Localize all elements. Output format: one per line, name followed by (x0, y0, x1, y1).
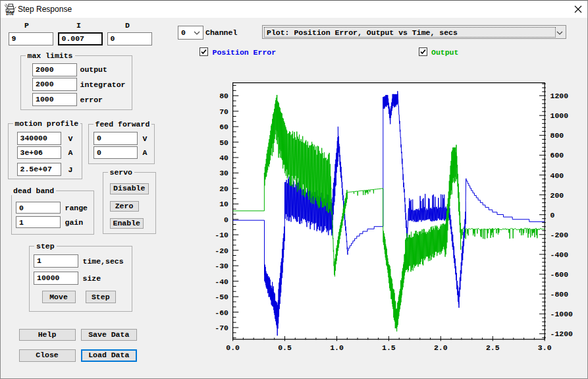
svg-text:20: 20 (219, 185, 228, 193)
svg-text:1.0: 1.0 (330, 343, 344, 352)
svg-text:600: 600 (550, 151, 564, 160)
svg-text:-600: -600 (550, 270, 569, 279)
svg-text:10: 10 (219, 200, 228, 208)
svg-text:-1200: -1200 (550, 330, 574, 338)
svg-text:-50: -50 (215, 293, 228, 301)
svg-text:60: 60 (219, 123, 228, 131)
svg-text:-800: -800 (550, 290, 569, 299)
svg-text:-10: -10 (215, 231, 228, 239)
svg-text:-20: -20 (215, 247, 228, 255)
svg-text:-70: -70 (215, 324, 228, 332)
svg-text:0: 0 (224, 216, 228, 224)
svg-text:400: 400 (550, 171, 564, 180)
svg-text:3.0: 3.0 (538, 343, 552, 352)
svg-text:200: 200 (550, 191, 564, 200)
svg-text:50: 50 (219, 138, 228, 147)
svg-text:40: 40 (219, 154, 228, 162)
svg-text:-40: -40 (215, 277, 228, 286)
svg-text:800: 800 (550, 131, 564, 140)
svg-text:-30: -30 (215, 262, 228, 270)
svg-text:1200: 1200 (550, 92, 569, 100)
svg-text:-400: -400 (550, 250, 569, 259)
svg-text:2.0: 2.0 (434, 343, 448, 352)
svg-text:1.5: 1.5 (382, 343, 396, 352)
svg-text:1000: 1000 (550, 111, 569, 120)
svg-text:30: 30 (219, 169, 228, 177)
svg-text:80: 80 (219, 92, 228, 100)
svg-text:0: 0 (550, 211, 555, 219)
svg-text:70: 70 (219, 107, 228, 116)
svg-text:0.5: 0.5 (278, 343, 292, 352)
svg-text:-200: -200 (550, 231, 569, 239)
svg-text:2.5: 2.5 (486, 343, 500, 352)
svg-text:-60: -60 (215, 308, 228, 317)
svg-text:-1000: -1000 (550, 310, 574, 318)
svg-text:0.0: 0.0 (226, 343, 240, 352)
